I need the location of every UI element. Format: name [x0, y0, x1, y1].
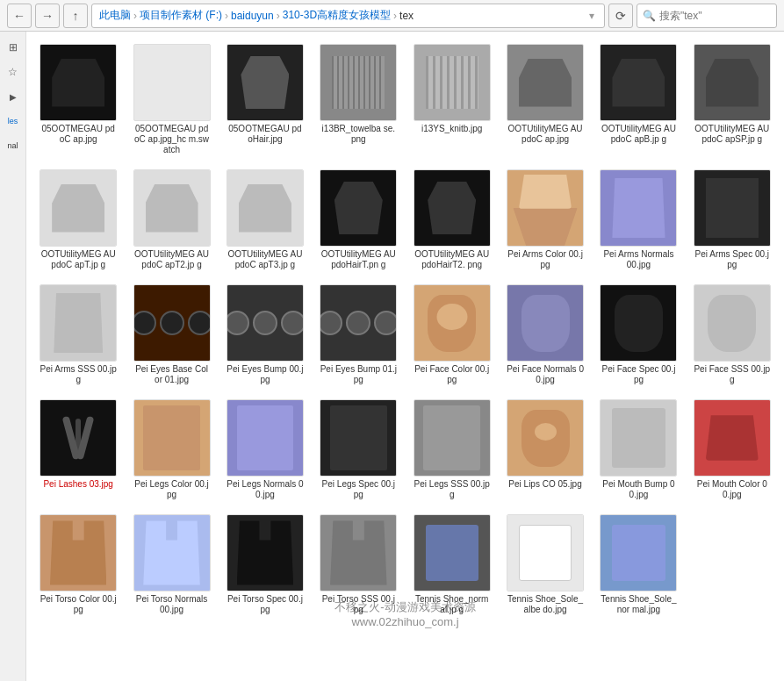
list-item[interactable]: Pei Arms Normals 00.jpg [595, 166, 681, 274]
file-thumbnail [320, 44, 397, 121]
forward-button[interactable]: → [35, 4, 60, 28]
file-thumbnail [227, 514, 304, 591]
file-thumbnail [600, 284, 677, 362]
address-bar: ← → ↑ 此电脑 › 项目制作素材 (F:) › baiduyun › 310… [0, 0, 784, 32]
list-item[interactable]: OOTUtilityMEG AUpdoHairT.pn g [315, 166, 401, 274]
list-item[interactable]: OOTUtilityMEG AUpdoHairT2. png [409, 166, 495, 274]
file-thumbnail [600, 169, 677, 247]
file-name: Tennis Shoe_Sole_albe do.jpg [507, 594, 584, 615]
search-box[interactable]: 🔍 [637, 4, 777, 28]
list-item[interactable]: OOTUtilityMEG AUpdoC apT.jp g [35, 166, 121, 274]
file-name: Tennis Shoe_norm al.jp g [414, 594, 491, 615]
list-item[interactable]: OOTUtilityMEG AUpdoC apT2.jp g [128, 166, 214, 274]
breadcrumb-pc[interactable]: 此电脑 [99, 8, 131, 23]
list-item[interactable]: OOTUtilityMEG AUpdoC apSP.jp g [689, 40, 775, 159]
file-thumbnail [414, 284, 491, 362]
breadcrumb-baiduyun[interactable]: baiduyun [231, 10, 274, 22]
list-item[interactable]: Pei Eyes Bump 00.jpg [222, 281, 308, 389]
file-name: Tennis Shoe_Sole_nor mal.jpg [600, 594, 677, 615]
file-thumbnail [414, 399, 491, 477]
list-item[interactable]: OOTUtilityMEG AUpdoC ap.jpg [502, 40, 588, 159]
list-item[interactable]: Pei Face Spec 00.jpg [595, 281, 681, 389]
file-thumbnail [133, 169, 211, 247]
file-thumbnail [227, 399, 304, 477]
file-thumbnail [694, 44, 771, 121]
list-item[interactable]: Pei Legs Color 00.jpg [128, 396, 214, 504]
file-thumbnail [227, 284, 304, 362]
breadcrumb-current: tex [399, 10, 414, 22]
list-item[interactable]: Tennis Shoe_norm al.jp g [409, 511, 495, 619]
list-item[interactable]: Pei Torso Normals 00.jpg [128, 511, 214, 619]
file-name: OOTUtilityMEG AUpdoHairT2. png [414, 249, 491, 270]
refresh-button[interactable]: ⟳ [608, 4, 633, 28]
back-button[interactable]: ← [7, 4, 32, 28]
list-item[interactable]: Pei Eyes Base Color 01.jpg [128, 281, 214, 389]
list-item[interactable]: Tennis Shoe_Sole_albe do.jpg [502, 511, 588, 619]
file-thumbnail [507, 284, 584, 362]
list-item[interactable]: 05OOTMEGAU pdoC ap.jpg_hc m.swatch [128, 40, 214, 159]
file-name: Pei Arms SSS 00.jpg [40, 364, 117, 385]
list-item[interactable]: Pei Face SSS 00.jpg [689, 281, 775, 389]
list-item[interactable]: Pei Legs Spec 00.jpg [315, 396, 401, 504]
file-name: Pei Eyes Bump 01.jpg [320, 364, 397, 385]
file-name: Pei Arms Color 00.jpg [507, 249, 584, 270]
file-name: Pei Legs SSS 00.jpg [414, 479, 491, 500]
list-item[interactable]: Pei Eyes Bump 01.jpg [315, 281, 401, 389]
list-item[interactable]: Pei Torso SSS 00.jpg [315, 511, 401, 619]
list-item[interactable]: Pei Mouth Bump 00.jpg [595, 396, 681, 504]
sidebar-icon-1[interactable]: ⊞ [4, 39, 22, 56]
list-item[interactable]: Pei Mouth Color 00.jpg [689, 396, 775, 504]
sidebar-icon-files[interactable]: les [4, 112, 22, 130]
file-name: Pei Legs Color 00.jpg [133, 479, 211, 500]
list-item[interactable]: Pei Face Normals 00.jpg [502, 281, 588, 389]
file-thumbnail [414, 514, 491, 591]
file-thumbnail [507, 514, 584, 591]
sidebar-icon-3[interactable]: ▶ [4, 88, 22, 105]
file-thumbnail [414, 44, 491, 121]
list-item[interactable]: Pei Legs Normals 00.jpg [222, 396, 308, 504]
search-icon: 🔍 [643, 10, 656, 22]
up-button[interactable]: ↑ [63, 4, 88, 28]
file-name: Pei Mouth Color 00.jpg [694, 479, 771, 500]
list-item[interactable]: i13YS_knitb.jpg [409, 40, 495, 159]
file-name: 05OOTMEGAU pdoC ap.jpg_hc m.swatch [133, 124, 211, 155]
list-item[interactable]: Pei Lashes 03.jpg [35, 396, 121, 504]
list-item[interactable]: Pei Arms Color 00.jpg [502, 166, 588, 274]
file-name: Pei Torso Normals 00.jpg [133, 594, 211, 615]
file-thumbnail [320, 514, 397, 591]
file-name: OOTUtilityMEG AUpdoC apB.jp g [600, 124, 677, 145]
file-thumbnail [694, 284, 771, 362]
list-item[interactable]: 05OOTMEGAU pdoHair.jpg [222, 40, 308, 159]
list-item[interactable]: Pei Lips CO 05.jpg [502, 396, 588, 504]
list-item[interactable]: 05OOTMEGAU pdoC ap.jpg [35, 40, 121, 159]
list-item[interactable]: i13BR_towelba se.png [315, 40, 401, 159]
file-name: Pei Eyes Bump 00.jpg [227, 364, 304, 385]
file-thumbnail [133, 514, 211, 591]
list-item[interactable]: Pei Arms Spec 00.jpg [689, 166, 775, 274]
file-name: 05OOTMEGAU pdoC ap.jpg [40, 124, 117, 145]
breadcrumb-model[interactable]: 310-3D高精度女孩模型 [283, 8, 391, 23]
file-name: Pei Face SSS 00.jpg [694, 364, 771, 385]
file-name: Pei Arms Normals 00.jpg [600, 249, 677, 270]
list-item[interactable]: Pei Arms SSS 00.jpg [35, 281, 121, 389]
file-thumbnail [40, 399, 117, 477]
file-thumbnail [40, 284, 117, 362]
list-item[interactable]: Pei Torso Color 00.jpg [35, 511, 121, 619]
file-name: i13BR_towelba se.png [320, 124, 397, 145]
file-thumbnail [507, 44, 584, 121]
list-item[interactable]: OOTUtilityMEG AUpdoC apT3.jp g [222, 166, 308, 274]
list-item[interactable]: Pei Face Color 00.jpg [409, 281, 495, 389]
sidebar-icon-2[interactable]: ☆ [4, 63, 22, 81]
list-item[interactable]: Pei Torso Spec 00.jpg [222, 511, 308, 619]
breadcrumb[interactable]: 此电脑 › 项目制作素材 (F:) › baiduyun › 310-3D高精度… [91, 4, 605, 28]
search-input[interactable] [659, 10, 771, 22]
list-item[interactable]: Tennis Shoe_Sole_nor mal.jpg [595, 511, 681, 619]
list-item[interactable]: Pei Legs SSS 00.jpg [409, 396, 495, 504]
sidebar-icon-nal[interactable]: nal [4, 137, 22, 154]
file-name: OOTUtilityMEG AUpdoHairT.pn g [320, 249, 397, 270]
file-name: OOTUtilityMEG AUpdoC ap.jpg [507, 124, 584, 145]
list-item[interactable]: OOTUtilityMEG AUpdoC apB.jp g [595, 40, 681, 159]
breadcrumb-drive[interactable]: 项目制作素材 (F:) [140, 8, 222, 23]
file-name: 05OOTMEGAU pdoHair.jpg [227, 124, 304, 145]
file-name: Pei Legs Spec 00.jpg [320, 479, 397, 500]
